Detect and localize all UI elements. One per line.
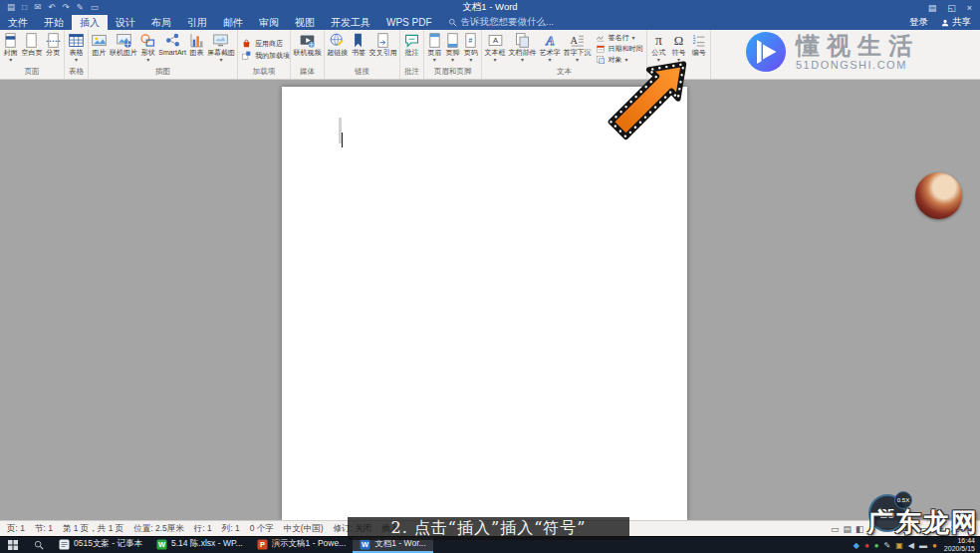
ribbon-button-页码[interactable]: #页码▾ [462, 31, 480, 62]
dongshi-play-icon [745, 31, 787, 73]
tab-邮件[interactable]: 邮件 [215, 15, 251, 30]
window-title: 文档1 - Word [462, 1, 517, 14]
format-brush-button[interactable]: ✎ [77, 3, 84, 12]
wordart-icon: A [542, 32, 559, 49]
ribbon-group-label: 批注 [401, 66, 422, 79]
tray-security-shield-icon[interactable]: ◆ [854, 541, 859, 550]
cover-page-icon [2, 32, 19, 49]
hyperlink-icon [329, 32, 346, 49]
open-button[interactable]: ▭ [91, 3, 99, 12]
restore-window-button[interactable]: ◱ [947, 3, 956, 13]
site-watermark: 广东龙网 [867, 505, 979, 540]
dropdown-caret-icon: ▾ [521, 58, 524, 62]
tray-antivirus-icon[interactable]: ● [864, 541, 869, 550]
ribbon-button-联机视频[interactable]: 联机视频 [293, 31, 323, 58]
ribbon-button-SmartArt[interactable]: SmartArt [157, 31, 187, 58]
window-controls: ▤◱× [928, 3, 980, 13]
status-segment[interactable]: 0 个字 [250, 523, 274, 535]
tab-开始[interactable]: 开始 [36, 15, 72, 30]
ribbon-display-options-button[interactable]: ▤ [928, 3, 937, 13]
redo-button[interactable]: ↷ [62, 3, 69, 12]
chart-icon [188, 32, 205, 49]
tab-布局[interactable]: 布局 [143, 15, 179, 30]
ribbon-button-交叉引用[interactable]: 交叉引用 [368, 31, 398, 58]
tray-speaker-icon[interactable]: ◀ [908, 541, 914, 550]
tab-视图[interactable]: 视图 [287, 15, 323, 30]
title-bar: ▤□✉↶↷✎▭ 文档1 - Word ▤◱× [0, 0, 980, 15]
ribbon-button-书签[interactable]: 书签 [349, 31, 368, 58]
sign-in-button[interactable]: 登录 [909, 16, 928, 29]
ribbon-button-文档部件[interactable]: 文档部件▾ [508, 31, 538, 62]
dropdown-caret-icon: ▾ [548, 58, 551, 62]
ribbon-group-label: 链接 [326, 66, 398, 79]
ribbon-button-图表[interactable]: 图表 [187, 31, 206, 58]
web-layout-view-button[interactable]: ◧ [856, 524, 864, 534]
ribbon-button-封面[interactable]: 封面▾ [1, 31, 20, 62]
ribbon-button-联机图片[interactable]: 联机图片 [109, 31, 138, 58]
tray-media-player-icon[interactable]: ▣ [895, 541, 903, 550]
ribbon-button-超链接[interactable]: 超链接 [326, 31, 349, 58]
ribbon-button-首字下沉[interactable]: A首字下沉▾ [563, 31, 593, 62]
print-layout-view-button[interactable]: ▤ [843, 524, 852, 534]
taskbar-item-powerpoint[interactable]: P演示文稿1 - Powe... [250, 537, 354, 553]
ribbon-button-应用商店[interactable]: 应用商店 [239, 38, 289, 49]
svg-text:π: π [655, 33, 662, 48]
table-icon [68, 32, 85, 49]
signature-line-icon [596, 33, 606, 43]
ribbon-button-日期和时间[interactable]: 日期和时间 [594, 44, 645, 54]
tab-引用[interactable]: 引用 [179, 15, 215, 30]
taskbar-item-wps[interactable]: W5.14 陈.xlsx - WP... [149, 537, 250, 553]
ribbon-button-分页[interactable]: 分页 [44, 31, 63, 58]
tray-network-icon[interactable]: ▬ [919, 541, 927, 550]
svg-text:#: # [469, 37, 473, 44]
ribbon-button-表格[interactable]: 表格▾ [67, 31, 86, 62]
ribbon-tabs: 文件开始插入设计布局引用邮件审阅视图开发工具WPS PDF [0, 15, 440, 30]
tab-开发工具[interactable]: 开发工具 [323, 15, 378, 30]
ribbon-button-页眉[interactable]: 页眉▾ [425, 31, 443, 62]
ribbon-button-图片[interactable]: 图片 [90, 31, 109, 58]
tab-WPS PDF[interactable]: WPS PDF [378, 15, 440, 30]
undo-button[interactable]: ↶ [48, 3, 55, 12]
ribbon-group-媒体: 联机视频媒体 [291, 30, 325, 79]
tab-插入[interactable]: 插入 [72, 15, 108, 30]
ribbon-button-页脚[interactable]: 页脚▾ [443, 31, 461, 62]
email-button[interactable]: ✉ [34, 3, 41, 12]
ribbon-button-屏幕截图[interactable]: 屏幕截图▾ [206, 31, 236, 62]
quick-access-toolbar: ▤□✉↶↷✎▭ [0, 3, 99, 12]
status-segment[interactable]: 行: 1 [194, 523, 212, 535]
status-segment[interactable]: 列: 1 [222, 523, 240, 535]
status-segment[interactable]: 中文(中国) [284, 523, 324, 535]
document-page[interactable] [282, 87, 687, 520]
save-button[interactable]: ▤ [7, 3, 15, 12]
ribbon-button-文本框[interactable]: A文本框▾ [484, 31, 507, 62]
ribbon-button-形状[interactable]: 形状▾ [138, 31, 157, 62]
status-segment[interactable]: 节: 1 [35, 523, 53, 535]
tab-设计[interactable]: 设计 [108, 15, 143, 30]
tray-messenger-icon[interactable]: ● [874, 541, 879, 550]
tell-me-search[interactable]: 告诉我您想要做什么... [448, 15, 554, 30]
ribbon-button-编号[interactable]: 12编号 [689, 31, 708, 58]
start-button[interactable] [0, 537, 26, 553]
tab-审阅[interactable]: 审阅 [251, 15, 287, 30]
status-segment[interactable]: 第 1 页，共 1 页 [63, 523, 123, 535]
wps-icon: W [156, 539, 167, 550]
tab-文件[interactable]: 文件 [0, 15, 36, 30]
taskbar-item-notepad[interactable]: 0515文案 - 记事本 [52, 537, 149, 553]
ribbon-button-艺术字[interactable]: A艺术字▾ [539, 31, 562, 62]
svg-text:A: A [545, 34, 555, 48]
new-document-button[interactable]: □ [22, 3, 27, 12]
close-window-button[interactable]: × [967, 3, 972, 13]
status-segment[interactable]: 位置: 2.5厘米 [133, 523, 184, 535]
tray-pen-input-icon[interactable]: ✎ [884, 541, 891, 550]
ribbon-button-批注[interactable]: 批注 [402, 31, 421, 58]
ribbon-group-页面: 封面▾空白页分页页面 [0, 30, 65, 79]
taskbar-search-button[interactable] [26, 537, 52, 553]
ribbon-group-页眉和页脚: 页眉▾页脚▾#页码▾页眉和页脚 [424, 30, 482, 79]
tray-update-icon[interactable]: ● [932, 541, 937, 550]
status-segment[interactable]: 页: 1 [7, 523, 25, 535]
ribbon-button-空白页[interactable]: 空白页 [20, 31, 43, 58]
share-button[interactable]: 共享 [941, 16, 971, 29]
read-mode-view-button[interactable]: ▭ [831, 524, 840, 534]
ribbon-button-签名行[interactable]: 签名行▾ [594, 33, 645, 43]
ribbon-button-我的加载项[interactable]: 我的加载项▾ [239, 50, 289, 61]
